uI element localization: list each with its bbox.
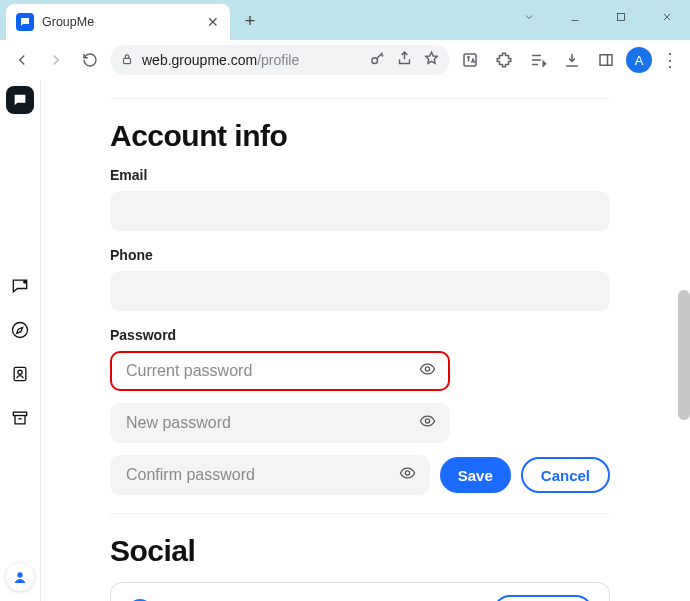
divider <box>110 513 610 514</box>
phone-field[interactable] <box>110 271 610 311</box>
svg-point-11 <box>425 367 429 371</box>
connect-button[interactable]: Connect <box>493 595 593 601</box>
address-bar[interactable]: web.groupme.com/profile <box>110 45 450 75</box>
playlist-icon[interactable] <box>524 46 552 74</box>
groupme-logo[interactable] <box>6 86 34 114</box>
extensions-icon[interactable] <box>490 46 518 74</box>
email-field[interactable] <box>110 191 610 231</box>
user-avatar-icon[interactable] <box>6 563 34 591</box>
svg-rect-4 <box>600 55 612 66</box>
profile-avatar[interactable]: A <box>626 47 652 73</box>
show-password-icon[interactable] <box>419 361 436 382</box>
star-icon[interactable] <box>423 50 440 70</box>
chats-icon[interactable] <box>8 274 32 298</box>
groupme-favicon <box>16 13 34 31</box>
minimize-icon[interactable] <box>552 0 598 34</box>
page-viewport: Account info Email Phone Password Curren… <box>0 80 690 601</box>
section-heading-account: Account info <box>110 119 610 153</box>
reload-button[interactable] <box>76 46 104 74</box>
key-icon[interactable] <box>369 50 386 70</box>
browser-tab[interactable]: GroupMe ✕ <box>6 4 230 40</box>
share-icon[interactable] <box>396 50 413 70</box>
scrollbar-thumb[interactable] <box>678 290 690 420</box>
panel-icon[interactable] <box>592 46 620 74</box>
window-titlebar: GroupMe ✕ + <box>0 0 690 40</box>
show-password-icon[interactable] <box>399 465 416 486</box>
section-heading-social: Social <box>110 534 610 568</box>
tab-title: GroupMe <box>42 15 198 29</box>
svg-point-12 <box>425 419 429 423</box>
expand-down-icon[interactable] <box>506 0 552 34</box>
new-password-field[interactable]: New password <box>110 403 450 443</box>
lock-icon <box>120 52 134 69</box>
window-controls <box>506 0 690 34</box>
close-tab-icon[interactable]: ✕ <box>206 15 220 29</box>
close-window-icon[interactable] <box>644 0 690 34</box>
discover-icon[interactable] <box>8 318 32 342</box>
svg-point-2 <box>372 58 378 64</box>
svg-point-8 <box>18 370 22 374</box>
confirm-password-field[interactable]: Confirm password <box>110 455 430 495</box>
app-sidebar <box>0 80 40 601</box>
svg-rect-9 <box>13 412 26 415</box>
placeholder-text: Current password <box>126 362 252 380</box>
browser-toolbar: web.groupme.com/profile A ⋮ <box>0 40 690 80</box>
new-tab-button[interactable]: + <box>236 7 264 35</box>
svg-point-13 <box>405 471 409 475</box>
svg-rect-3 <box>464 54 476 66</box>
cancel-button[interactable]: Cancel <box>521 457 610 493</box>
label-email: Email <box>110 167 610 183</box>
placeholder-text: Confirm password <box>126 466 255 484</box>
downloads-icon[interactable] <box>558 46 586 74</box>
show-password-icon[interactable] <box>419 413 436 434</box>
contacts-icon[interactable] <box>8 362 32 386</box>
save-button[interactable]: Save <box>440 457 511 493</box>
svg-rect-0 <box>618 14 625 21</box>
svg-point-10 <box>17 572 22 577</box>
main-content: Account info Email Phone Password Curren… <box>40 80 690 601</box>
archive-icon[interactable] <box>8 406 32 430</box>
maximize-icon[interactable] <box>598 0 644 34</box>
url-text: web.groupme.com/profile <box>142 52 361 68</box>
svg-rect-1 <box>124 58 131 63</box>
svg-point-5 <box>24 281 27 284</box>
current-password-field[interactable]: Current password <box>110 351 450 391</box>
divider <box>110 98 610 99</box>
placeholder-text: New password <box>126 414 231 432</box>
label-password: Password <box>110 327 610 343</box>
social-facebook-row: Facebook Connect <box>110 582 610 601</box>
back-button[interactable] <box>8 46 36 74</box>
forward-button[interactable] <box>42 46 70 74</box>
svg-point-6 <box>13 323 28 338</box>
translate-icon[interactable] <box>456 46 484 74</box>
label-phone: Phone <box>110 247 610 263</box>
menu-icon[interactable]: ⋮ <box>658 49 682 71</box>
